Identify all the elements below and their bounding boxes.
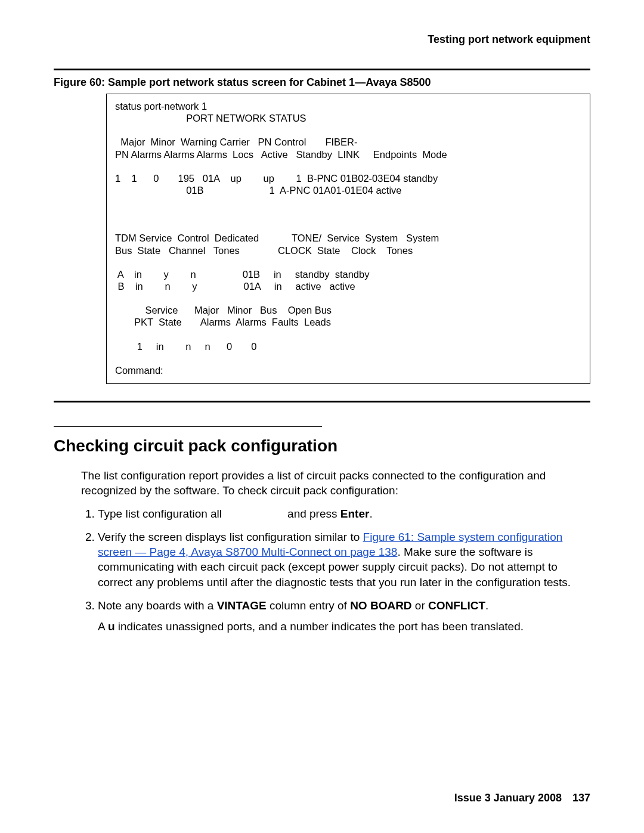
page: Testing port network equipment Figure 60… <box>0 0 644 833</box>
rule-top <box>54 69 590 70</box>
screen-hdr3b: PKT State Alarms Alarms Faults Leads <box>115 317 331 327</box>
no-board-label: NO BOARD <box>350 599 411 612</box>
step-1: Type list configuration alland press Ent… <box>98 506 590 521</box>
rule-subsection <box>54 426 322 427</box>
page-footer: Issue 3 January 2008137 <box>454 792 590 804</box>
step-3-a: Note any boards with a <box>98 599 217 612</box>
screen-title: PORT NETWORK STATUS <box>186 113 306 123</box>
screen-hdr1a: Major Minor Warning Carrier PN Control F… <box>115 137 357 147</box>
running-header: Testing port network equipment <box>54 33 590 46</box>
step-3-c: or <box>412 599 428 612</box>
screen-row5: 1 in n n 0 0 <box>115 341 257 352</box>
issue-date: Issue 3 January 2008 <box>454 792 562 804</box>
screen-row1: 1 1 0 195 01A up up 1 B-PNC 01B02-03E04 … <box>115 173 438 184</box>
screen-row3: A in y n 01B in standby standby <box>115 269 369 280</box>
screen-row4: B in n y 01A in active active <box>115 281 355 292</box>
figure-caption: Figure 60: Sample port network status sc… <box>54 76 590 89</box>
step-1-cmd: Type list configuration all <box>98 507 222 520</box>
rule-after-figure <box>54 401 590 402</box>
screen-hdr3a: Service Major Minor Bus Open Bus <box>115 305 332 315</box>
step-2-a: Verify the screen displays list configur… <box>98 531 363 543</box>
section-heading: Checking circuit pack configuration <box>54 436 590 456</box>
section-divider-area <box>54 401 590 427</box>
screen-hdr1b: PN Alarms Alarms Alarms Locs Active Stan… <box>115 149 447 160</box>
step-3-note-b: indicates unassigned ports, and a number… <box>115 620 524 633</box>
step-2: Verify the screen displays list configur… <box>98 529 590 589</box>
conflict-label: CONFLICT <box>428 599 485 612</box>
enter-key: Enter <box>340 507 370 520</box>
vintage-label: VINTAGE <box>217 599 267 612</box>
step-1-text: and press <box>287 507 340 520</box>
screen-prompt: Command: <box>115 365 163 376</box>
screen-row2: 01B 1 A-PNC 01A01-01E04 active <box>115 185 402 196</box>
u-indicator: u <box>108 620 115 633</box>
step-3: Note any boards with a VINTAGE column en… <box>98 598 590 634</box>
screen-cmd: status port-network 1 <box>115 101 207 112</box>
page-number: 137 <box>572 792 590 804</box>
step-3-d: . <box>485 599 488 612</box>
terminal-screen: status port-network 1 PORT NETWORK STATU… <box>106 94 590 384</box>
screen-hdr2a: TDM Service Control Dedicated TONE/ Serv… <box>115 233 439 243</box>
step-1-period: . <box>369 507 372 520</box>
intro-paragraph: The list configuration report provides a… <box>81 469 590 498</box>
screen-hdr2b: Bus State Channel Tones CLOCK State Cloc… <box>115 245 413 256</box>
steps-list: Type list configuration alland press Ent… <box>81 506 590 634</box>
step-3-b: column entry of <box>267 599 350 612</box>
step-3-note-a: A <box>98 620 108 633</box>
